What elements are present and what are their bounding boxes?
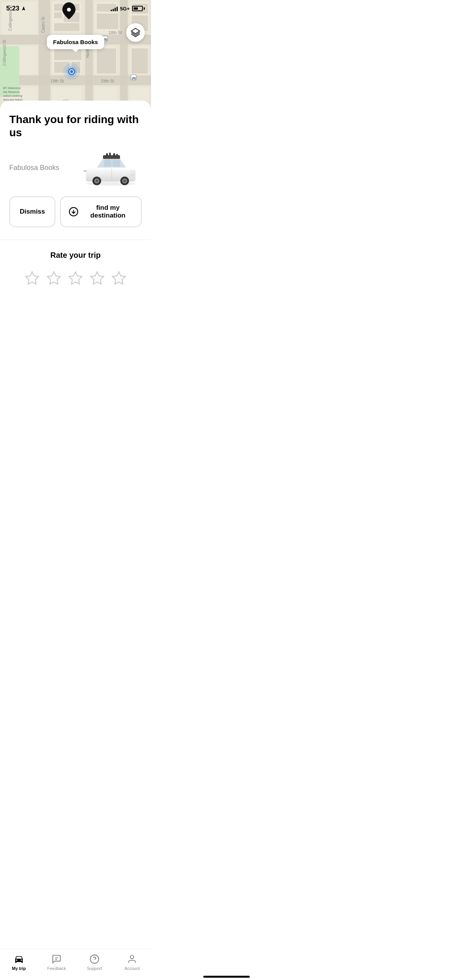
rate-section: Rate your trip (9, 240, 142, 306)
thank-you-title: Thank you for riding with us (9, 113, 142, 139)
battery-tip (144, 7, 145, 10)
rate-trip-title: Rate your trip (9, 251, 142, 260)
svg-point-69 (96, 180, 98, 182)
svg-rect-79 (116, 154, 118, 156)
map-layer-button[interactable] (126, 23, 145, 42)
status-time: 5:23 (6, 5, 26, 12)
download-circle-icon (69, 207, 79, 217)
svg-rect-76 (106, 153, 108, 156)
star-4[interactable] (89, 271, 105, 286)
svg-text:19th St: 19th St (50, 79, 64, 83)
svg-text:useum covering: useum covering (3, 94, 22, 98)
svg-marker-85 (47, 272, 60, 284)
tooltip-text: Fabulosa Books (53, 39, 98, 45)
svg-point-53 (70, 70, 73, 73)
signal-bar-4 (117, 7, 118, 11)
battery-indicator (132, 6, 145, 11)
location-tooltip: Fabulosa Books (47, 35, 104, 49)
svg-text:🚌: 🚌 (132, 75, 136, 80)
svg-rect-33 (54, 23, 79, 31)
svg-text:BT Historical: BT Historical (3, 86, 21, 90)
signal-bar-1 (111, 10, 112, 11)
network-type: 5G+ (120, 6, 130, 12)
status-icons: 5G+ (111, 6, 145, 12)
svg-rect-81 (84, 170, 87, 172)
svg-text:18th St: 18th St (108, 30, 122, 35)
svg-text:Collingwood St: Collingwood St (2, 40, 7, 66)
svg-point-72 (124, 180, 126, 182)
car-svg (80, 148, 142, 187)
svg-text:ety Museum: ety Museum (3, 90, 20, 94)
location-arrow-icon (21, 6, 26, 11)
car-image (80, 148, 142, 187)
svg-marker-84 (26, 272, 38, 284)
svg-rect-42 (132, 48, 148, 74)
svg-marker-88 (112, 272, 125, 284)
signal-bar-2 (113, 9, 114, 11)
svg-marker-86 (69, 272, 82, 284)
action-buttons: Dismiss find my destination (9, 196, 142, 227)
find-destination-button[interactable]: find my destination (60, 196, 142, 227)
stars-container (9, 271, 142, 286)
svg-text:19th St: 19th St (101, 79, 114, 83)
star-5[interactable] (111, 271, 127, 286)
svg-rect-77 (109, 153, 111, 156)
svg-rect-64 (104, 160, 111, 167)
battery-body (132, 6, 143, 11)
svg-rect-78 (113, 153, 115, 156)
signal-bars (111, 6, 118, 11)
layers-icon (130, 27, 141, 38)
find-destination-label: find my destination (82, 204, 133, 219)
battery-fill (134, 7, 138, 10)
ride-info: Fabulosa Books (9, 148, 142, 187)
bottom-panel: Thank you for riding with us Fabulosa Bo… (0, 101, 151, 345)
star-3[interactable] (68, 271, 83, 286)
dismiss-button[interactable]: Dismiss (9, 196, 55, 227)
svg-rect-65 (113, 160, 120, 167)
signal-bar-3 (115, 8, 116, 11)
star-1[interactable] (24, 271, 40, 286)
svg-text:Castro St: Castro St (41, 17, 45, 33)
star-2[interactable] (46, 271, 62, 286)
status-bar: 5:23 5G+ (0, 0, 151, 17)
svg-marker-87 (91, 272, 103, 284)
svg-rect-80 (130, 170, 136, 176)
svg-rect-41 (97, 48, 116, 74)
destination-name: Fabulosa Books (9, 164, 59, 172)
